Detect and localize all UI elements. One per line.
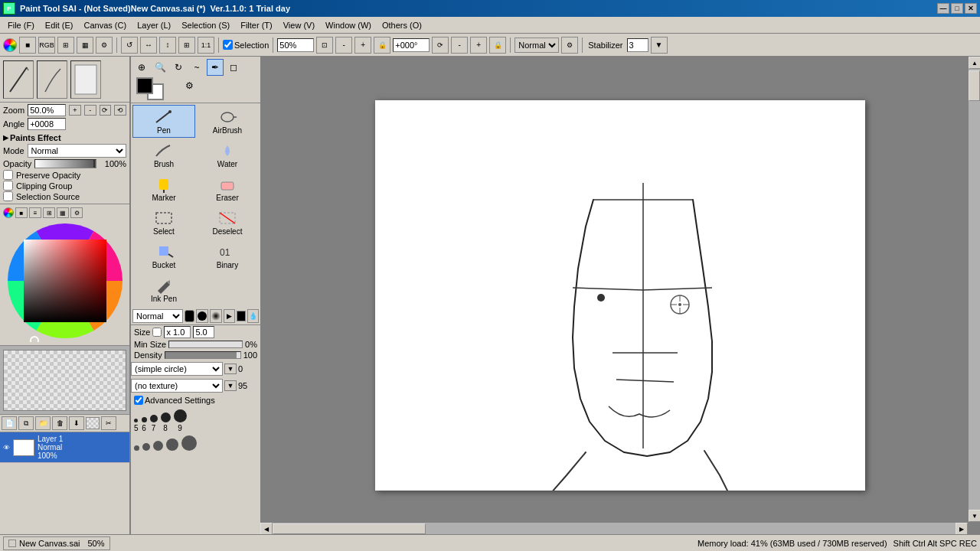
- tip-dot-large-3[interactable]: [153, 441, 163, 451]
- hsv-btn[interactable]: ■: [19, 37, 36, 54]
- brush-inkpen[interactable]: Ink Pen: [132, 273, 195, 306]
- h-scrollbar[interactable]: ◀ ▶: [260, 522, 968, 534]
- drawing-canvas[interactable]: [375, 100, 865, 491]
- maximize-button[interactable]: □: [951, 3, 963, 14]
- color-hsv-btn[interactable]: ■: [15, 207, 28, 218]
- tip-dot-8[interactable]: 8: [161, 412, 171, 432]
- actual-size-btn[interactable]: 1:1: [198, 37, 214, 54]
- fore-color-swatch[interactable]: [136, 77, 153, 94]
- fit-btn[interactable]: ⊞: [178, 37, 195, 54]
- minimize-button[interactable]: —: [937, 3, 949, 14]
- flip-h-btn[interactable]: ↔: [140, 37, 157, 54]
- size-max-input[interactable]: [193, 326, 214, 338]
- h-scroll-track[interactable]: [273, 523, 956, 534]
- zoom-input[interactable]: [277, 38, 314, 52]
- layer-merge-btn[interactable]: ⬇: [69, 416, 84, 430]
- selection-checkbox[interactable]: [223, 40, 233, 50]
- brush-water[interactable]: Water: [196, 139, 259, 171]
- stabilizer-input[interactable]: [627, 38, 648, 52]
- menu-view[interactable]: View (V): [279, 19, 319, 31]
- menu-layer[interactable]: Layer (L): [132, 19, 175, 31]
- v-scroll-thumb[interactable]: [969, 70, 980, 101]
- texture-select-btn[interactable]: ▼: [224, 380, 237, 391]
- tip-dot-large-5[interactable]: [181, 435, 197, 451]
- blend-mode-select[interactable]: Normal: [514, 37, 559, 53]
- zoom-lock-btn[interactable]: 🔒: [374, 37, 390, 54]
- rotate-input[interactable]: [393, 38, 430, 52]
- flip-v-btn[interactable]: ↕: [159, 37, 176, 54]
- tip-dot-6[interactable]: 6: [142, 417, 147, 432]
- mode-settings-btn[interactable]: ⚙: [561, 37, 578, 54]
- tip-dot-large-2[interactable]: [142, 443, 150, 451]
- layer-copy-btn[interactable]: ⧉: [18, 416, 34, 430]
- brush-deselect[interactable]: Deselect: [196, 206, 259, 239]
- tip-dot-9[interactable]: 9: [174, 409, 187, 432]
- close-button[interactable]: ✕: [965, 3, 977, 14]
- palette-btn[interactable]: ▦: [77, 37, 93, 54]
- canvas-container[interactable]: ▲ ▼ ◀ ▶: [260, 57, 980, 534]
- v-scrollbar[interactable]: ▲ ▼: [968, 57, 980, 522]
- zoom-fit-btn[interactable]: ⊡: [316, 37, 333, 54]
- menu-file[interactable]: File (F): [3, 19, 39, 31]
- shape-soft-btn[interactable]: [210, 309, 222, 323]
- tool-search-btn[interactable]: 🔍: [152, 59, 168, 76]
- brush-airbrush[interactable]: AirBrush: [196, 105, 259, 138]
- scroll-up-btn[interactable]: ▲: [969, 57, 980, 69]
- rotate-lock-btn[interactable]: 🔒: [489, 37, 506, 54]
- menu-others[interactable]: Others (O): [377, 19, 426, 31]
- tip-dot-5[interactable]: 5: [134, 419, 139, 432]
- v-scroll-track[interactable]: [969, 69, 980, 510]
- brush-pen[interactable]: Pen: [132, 105, 195, 138]
- zoom-rotate-cw-btn[interactable]: ⟳: [100, 105, 112, 116]
- menu-selection[interactable]: Selection (S): [177, 19, 234, 31]
- settings-btn[interactable]: ⚙: [96, 37, 113, 54]
- zoom-rotate-ccw-btn[interactable]: ⟲: [114, 105, 126, 116]
- h-scroll-thumb[interactable]: [273, 523, 426, 534]
- layer-alpha-btn[interactable]: [86, 417, 100, 429]
- tip-dot-large-1[interactable]: [134, 445, 139, 451]
- blend-mode-select-left[interactable]: Normal: [28, 144, 126, 158]
- zoom-plus-small-btn[interactable]: +: [69, 105, 81, 116]
- advanced-settings-check[interactable]: [134, 396, 143, 405]
- layer-clip-btn[interactable]: ✂: [101, 416, 116, 430]
- size-lock-check[interactable]: [152, 328, 162, 337]
- brush-marker[interactable]: Marker: [132, 172, 195, 205]
- menu-window[interactable]: Window (W): [321, 19, 376, 31]
- scroll-left-btn[interactable]: ◀: [260, 523, 273, 534]
- brush-mode-select[interactable]: Normal: [132, 309, 183, 323]
- menu-filter[interactable]: Filter (T): [236, 19, 277, 31]
- grid-btn[interactable]: ⊞: [57, 37, 74, 54]
- tool-smudge-btn[interactable]: ~: [188, 59, 205, 76]
- layer-delete-btn[interactable]: 🗑: [52, 416, 67, 430]
- zoom-minus-btn[interactable]: -: [335, 37, 352, 54]
- zoom-plus-btn[interactable]: +: [354, 37, 371, 54]
- shape-select-btn[interactable]: ▼: [224, 364, 237, 374]
- color-rgb-btn[interactable]: ≡: [29, 207, 41, 218]
- stabilizer-down-btn[interactable]: ▼: [651, 37, 668, 54]
- menu-edit[interactable]: Edit (E): [41, 19, 78, 31]
- shape-dropper-btn[interactable]: 💧: [247, 309, 259, 323]
- shape-custom-btn[interactable]: ▶: [224, 309, 235, 323]
- tool-rotate-btn[interactable]: ↻: [170, 59, 187, 76]
- menu-canvas[interactable]: Canvas (C): [80, 19, 132, 31]
- rotate-reset-btn[interactable]: ⟳: [432, 37, 449, 54]
- brush-brush[interactable]: Brush: [132, 139, 195, 171]
- brush-eraser[interactable]: Eraser: [196, 172, 259, 205]
- rotate-left-btn[interactable]: ↺: [121, 37, 138, 54]
- color-circle-btn[interactable]: [3, 38, 17, 52]
- color-grid-btn[interactable]: ⊞: [43, 207, 55, 218]
- color-circle-mode-btn[interactable]: [3, 207, 14, 218]
- shape-black-box[interactable]: [237, 311, 246, 321]
- rotate-plus-btn[interactable]: +: [470, 37, 487, 54]
- texture-select[interactable]: (no texture): [131, 379, 223, 393]
- zoom-value-input[interactable]: [28, 104, 66, 116]
- color-extra-btn[interactable]: ⚙: [70, 207, 83, 218]
- brush-select[interactable]: Select: [132, 206, 195, 239]
- shape-select[interactable]: (simple circle): [131, 362, 223, 376]
- layer-item[interactable]: 👁 Layer 1 Normal 100%: [0, 432, 129, 463]
- density-bar[interactable]: [165, 351, 241, 359]
- layer-new-btn[interactable]: 📄: [2, 416, 17, 430]
- opacity-bar[interactable]: [34, 159, 96, 168]
- status-canvas-tab[interactable]: New Canvas.sai 50%: [3, 536, 110, 550]
- brush-bucket[interactable]: Bucket: [132, 240, 195, 272]
